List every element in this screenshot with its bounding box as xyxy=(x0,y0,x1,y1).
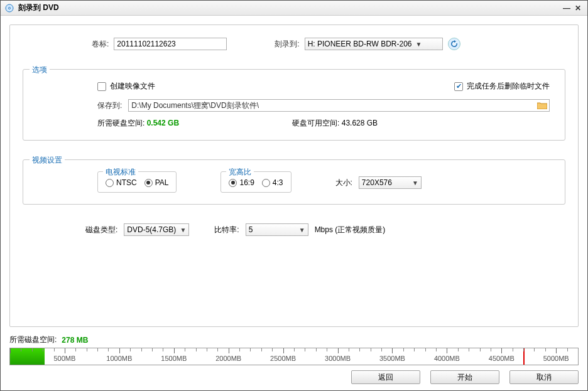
saveto-path-box: D:\My Documents\狸窝\DVD刻录软件\ xyxy=(128,99,550,112)
chevron-down-icon: ▼ xyxy=(180,227,186,233)
ruler-tick-label: 3500MB xyxy=(379,355,405,362)
saveto-path: D:\My Documents\狸窝\DVD刻录软件\ xyxy=(129,100,535,111)
tv-standard-group: 电视标准 NTSC PAL xyxy=(97,171,177,193)
required-space-label: 所需磁盘空间: xyxy=(9,335,57,345)
required-space-value: 278 MB xyxy=(62,336,88,345)
chevron-down-icon: ▼ xyxy=(299,227,305,233)
disk-free-label: 硬盘可用空间: xyxy=(292,119,339,127)
svg-point-1 xyxy=(9,7,11,9)
bitrate-unit: Mbps (正常视频质量) xyxy=(315,225,386,235)
options-legend: 选项 xyxy=(30,65,50,75)
delete-temp-label: 完成任务后删除临时文件 xyxy=(467,81,550,92)
ruler-tick-label: 2500MB xyxy=(270,355,296,362)
ruler-tick-label: 4500MB xyxy=(489,355,514,362)
video-fieldset: 视频设置 电视标准 NTSC PAL 宽高比 16:9 4:3 xyxy=(23,159,565,205)
radio-ntsc[interactable]: NTSC xyxy=(106,178,137,187)
disk-type-label: 磁盘类型: xyxy=(85,225,117,235)
size-select[interactable]: 720X576 ▼ xyxy=(359,176,422,189)
ruler-tick-label: 5000MB xyxy=(543,355,569,362)
cancel-button[interactable]: 取消 xyxy=(509,370,579,384)
bitrate-value: 5 xyxy=(249,225,253,234)
video-legend: 视频设置 xyxy=(30,155,65,166)
burnto-label: 刻录到: xyxy=(275,39,299,50)
top-row: 卷标: 刻录到: H: PIONEER BD-RW BDR-206 ▼ xyxy=(23,38,565,50)
disk-type-select[interactable]: DVD-5(4.7GB) ▼ xyxy=(124,223,189,236)
radio-169[interactable]: 16:9 xyxy=(229,178,254,187)
volume-input[interactable] xyxy=(114,38,227,50)
refresh-drives-button[interactable] xyxy=(448,38,460,50)
saveto-label: 保存到: xyxy=(97,100,122,111)
close-button[interactable]: ✕ xyxy=(572,4,584,13)
create-image-label: 创建映像文件 xyxy=(110,81,155,92)
body: 卷标: 刻录到: H: PIONEER BD-RW BDR-206 ▼ 选项 xyxy=(1,16,587,390)
burnto-select[interactable]: H: PIONEER BD-RW BDR-206 ▼ xyxy=(305,38,443,50)
disk-needed-value: 0.542 GB xyxy=(147,119,179,127)
bitrate-label: 比特率: xyxy=(214,225,239,235)
create-image-checkbox[interactable] xyxy=(97,82,106,91)
disk-row: 磁盘类型: DVD-5(4.7GB) ▼ 比特率: 5 ▼ Mbps (正常视频… xyxy=(23,223,565,236)
disk-usage-ruler: 500MB1000MB1500MB2000MB2500MB3000MB3500M… xyxy=(9,348,579,365)
bitrate-select[interactable]: 5 ▼ xyxy=(246,223,308,236)
disk-free-value: 43.628 GB xyxy=(342,119,378,127)
window: 刻录到 DVD — ✕ 卷标: 刻录到: H: PIONEER BD-RW BD… xyxy=(0,0,588,391)
radio-43[interactable]: 4:3 xyxy=(262,178,283,187)
disc-icon xyxy=(4,3,14,13)
disk-needed-label: 所需硬盘空间: xyxy=(97,119,144,127)
disk-type-value: DVD-5(4.7GB) xyxy=(127,225,176,234)
back-button[interactable]: 返回 xyxy=(351,370,420,384)
ruler-tick-label: 2000MB xyxy=(215,355,241,362)
aspect-group: 宽高比 16:9 4:3 xyxy=(220,171,291,193)
size-value: 720X576 xyxy=(362,178,392,187)
ruler-tick-label: 500MB xyxy=(53,355,75,362)
browse-folder-button[interactable] xyxy=(535,100,549,111)
tv-legend: 电视标准 xyxy=(103,167,138,178)
content: 卷标: 刻录到: H: PIONEER BD-RW BDR-206 ▼ 选项 xyxy=(9,24,579,327)
size-label: 大小: xyxy=(335,178,352,188)
burnto-value: H: PIONEER BD-RW BDR-206 xyxy=(308,40,412,48)
chevron-down-icon: ▼ xyxy=(416,41,422,48)
ruler-tick-label: 1500MB xyxy=(161,355,187,362)
ruler-tick-label: 1000MB xyxy=(106,355,132,362)
aspect-legend: 宽高比 xyxy=(226,167,254,178)
footer: 所需磁盘空间: 278 MB 500MB1000MB1500MB2000MB25… xyxy=(9,335,579,384)
chevron-down-icon: ▼ xyxy=(412,179,418,186)
minimize-button[interactable]: — xyxy=(561,4,572,13)
ruler-ticks: 500MB1000MB1500MB2000MB2500MB3000MB3500M… xyxy=(10,348,578,365)
ruler-tick-label: 4000MB xyxy=(434,355,460,362)
options-fieldset: 选项 创建映像文件 完成任务后删除临时文件 保存到: D:\My Documen… xyxy=(23,69,565,141)
ruler-tick-label: 3000MB xyxy=(325,355,351,362)
delete-temp-checkbox[interactable] xyxy=(454,82,463,91)
radio-pal[interactable]: PAL xyxy=(144,178,169,187)
volume-label: 卷标: xyxy=(92,39,109,50)
start-button[interactable]: 开始 xyxy=(430,370,499,384)
titlebar: 刻录到 DVD — ✕ xyxy=(1,1,587,16)
window-title: 刻录到 DVD xyxy=(18,3,561,13)
